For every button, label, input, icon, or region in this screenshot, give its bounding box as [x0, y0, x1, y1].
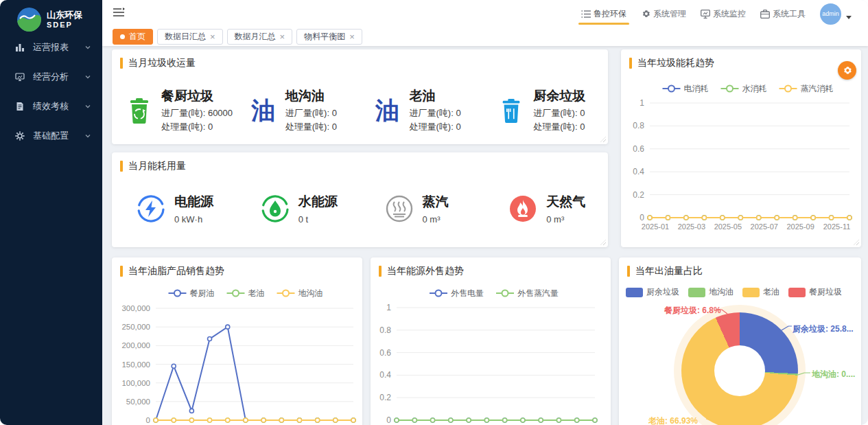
logo-text: 山东环保 SDEP [47, 10, 82, 30]
sidebar-menu: 运营报表 经营分析 绩效考核 基础配置 [0, 32, 102, 150]
svg-text:250,000: 250,000 [121, 323, 150, 331]
pie-slice-label: 老油: 66.93% [648, 415, 698, 425]
svg-text:0.4: 0.4 [633, 167, 644, 176]
card-monthly-energy: 当月能耗用量 电能源 0 kW·h 水能源 0 t 蒸汽 [112, 152, 608, 247]
pie-legend-item[interactable]: 厨余垃圾 [626, 286, 679, 298]
svg-text:2025-07: 2025-07 [751, 222, 778, 231]
svg-text:2025-03: 2025-03 [678, 222, 705, 231]
tab-monthly-summary[interactable]: 数据月汇总 × [227, 29, 293, 45]
svg-text:外售电量: 外售电量 [451, 288, 484, 298]
svg-text:0.6: 0.6 [633, 144, 644, 154]
sidebar-collapse-icon[interactable] [113, 7, 125, 21]
pie-slice-label: 餐厨垃圾: 6.8% [664, 305, 721, 317]
svg-text:水消耗: 水消耗 [742, 84, 767, 93]
header-nav-label: 系统工具 [773, 8, 806, 20]
header-nav-system-tools[interactable]: 系统工具 [760, 0, 806, 27]
sidebar-item-label: 绩效考核 [33, 100, 84, 113]
sidebar-item-label: 运营报表 [33, 41, 84, 54]
energy-item-body: 蒸汽 0 m³ [423, 193, 449, 225]
waste-item-body: 餐厨垃圾 进厂量(吨): 60000 处理量(吨): 0 [161, 87, 233, 134]
gear-icon [641, 9, 650, 19]
energy-trend-line-chart: 电消耗水消耗蒸汽消耗00.20.40.60.812025-012025-0320… [621, 49, 861, 247]
header-nav-lukong[interactable]: 鲁控环保 [581, 0, 626, 27]
tab-label: 物料平衡图 [304, 31, 345, 43]
card-title-row: 当月能耗用量 [112, 152, 608, 172]
tab-bar: 首页 数据日汇总 × 数据月汇总 × 物料平衡图 × [102, 27, 868, 46]
svg-text:1: 1 [386, 303, 391, 312]
chevron-down-icon [846, 16, 852, 19]
logo: 山东环保 SDEP [0, 0, 102, 32]
close-icon[interactable]: × [280, 32, 285, 41]
waste-item-body: 地沟油 进厂量(吨): 0 处理量(吨): 0 [285, 87, 337, 134]
waste-in-line: 进厂量(吨): 0 [410, 106, 461, 120]
svg-text:1: 1 [640, 98, 644, 108]
close-icon[interactable]: × [210, 32, 215, 41]
tab-material-balance[interactable]: 物料平衡图 × [296, 29, 362, 45]
sidebar-item-operations-report[interactable]: 运营报表 [0, 32, 102, 62]
svg-text:200,000: 200,000 [121, 341, 150, 349]
energy-item-value: 0 m³ [423, 214, 449, 225]
card-title-row: 当年出油量占比 [619, 257, 861, 277]
logo-title: 山东环保 [47, 10, 82, 21]
flame-icon [508, 194, 537, 223]
waste-in-line: 进厂量(吨): 0 [533, 106, 585, 120]
svg-text:0.8: 0.8 [633, 121, 644, 130]
energy-item-value: 0 m³ [546, 214, 585, 225]
chevron-down-icon [84, 103, 91, 110]
svg-text:100,000: 100,000 [121, 379, 150, 387]
sidebar-item-performance-review[interactable]: 绩效考核 [0, 91, 102, 121]
sidebar-item-basic-config[interactable]: 基础配置 [0, 121, 102, 150]
energy-item-steam: 蒸汽 0 m³ [360, 193, 484, 225]
energy-item-gas: 天然气 0 m³ [484, 193, 608, 225]
waste-stats: 餐厨垃圾 进厂量(吨): 60000 处理量(吨): 0 油 地沟油 进厂量(吨… [112, 87, 608, 134]
waste-item-name: 地沟油 [285, 87, 337, 105]
waste-item-name: 餐厨垃圾 [161, 87, 233, 105]
header-nav-system-management[interactable]: 系统管理 [641, 0, 686, 27]
steam-icon [385, 194, 414, 223]
settings-fab-button[interactable] [838, 61, 856, 80]
tab-home[interactable]: 首页 [113, 29, 153, 45]
pie-legend-item[interactable]: 老油 [742, 286, 779, 298]
energy-item-name: 水能源 [298, 193, 338, 211]
waste-item-name: 厨余垃圾 [533, 87, 585, 105]
svg-text:150,000: 150,000 [121, 360, 150, 369]
trash-recycle-icon [123, 97, 156, 124]
header-nav-label: 系统监控 [713, 8, 746, 20]
header-nav: 鲁控环保 系统管理 系统监控 系统工具 admin [581, 0, 852, 27]
waste-item-gutter-oil: 油 地沟油 进厂量(吨): 0 处理量(吨): 0 [236, 87, 360, 134]
dashboard-page: 山东环保 SDEP 运营报表 经营分析 [0, 0, 868, 425]
svg-text:电消耗: 电消耗 [684, 84, 709, 93]
logo-icon [17, 8, 41, 32]
card-energy-sales-chart: 当年能源外售趋势 外售电量外售蒸汽量00.20.40.60.81 [371, 257, 611, 425]
tab-label: 数据月汇总 [235, 31, 276, 43]
bar-chart-icon [14, 42, 25, 53]
svg-text:0.2: 0.2 [633, 190, 644, 200]
svg-text:餐厨油: 餐厨油 [190, 288, 215, 298]
waste-in-line: 进厂量(吨): 0 [285, 106, 337, 120]
energy-item-value: 0 t [298, 214, 338, 225]
waste-item-name: 老油 [410, 87, 461, 105]
header-nav-label: 系统管理 [653, 8, 686, 20]
user-menu[interactable]: admin [820, 3, 852, 25]
header-nav-system-monitor[interactable]: 系统监控 [701, 0, 746, 27]
svg-text:0.6: 0.6 [379, 348, 391, 358]
tab-daily-summary[interactable]: 数据日汇总 × [157, 29, 223, 45]
waste-out-line: 处理量(吨): 0 [161, 120, 233, 134]
close-icon[interactable]: × [349, 32, 355, 41]
svg-text:0.4: 0.4 [379, 370, 391, 380]
pie-legend-item[interactable]: 餐厨垃圾 [788, 286, 842, 298]
avatar: admin [820, 3, 841, 25]
energy-item-body: 天然气 0 m³ [546, 193, 585, 225]
pie-legend: 厨余垃圾地沟油老油餐厨垃圾 [626, 286, 842, 298]
header-nav-label: 鲁控环保 [594, 8, 626, 20]
svg-text:外售蒸汽量: 外售蒸汽量 [517, 288, 559, 298]
donut-hole [714, 345, 765, 396]
pie-legend-item[interactable]: 地沟油 [688, 286, 734, 298]
toolbox-icon [760, 10, 770, 19]
energy-item-name: 天然气 [546, 193, 585, 211]
sidebar-item-business-analysis[interactable]: 经营分析 [0, 62, 102, 91]
monitor-icon [14, 71, 25, 82]
svg-text:0: 0 [386, 415, 391, 425]
energy-item-electricity: 电能源 0 kW·h [112, 193, 236, 225]
electricity-icon [137, 194, 165, 223]
